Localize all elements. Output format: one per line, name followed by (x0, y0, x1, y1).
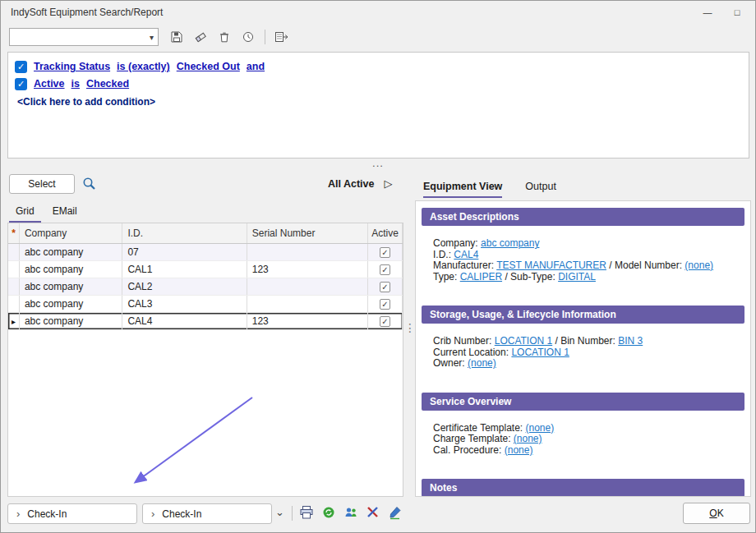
check-in-label: Check-In (162, 508, 201, 520)
active-checkbox[interactable]: ✓ (380, 282, 390, 292)
cell-company: abc company (20, 261, 122, 278)
check-icon: ✓ (381, 300, 388, 309)
current-row-marker-icon: ▸ (12, 317, 16, 326)
active-checkbox[interactable]: ✓ (380, 247, 390, 258)
users-icon[interactable] (343, 505, 358, 520)
company-link[interactable]: abc company (481, 237, 539, 249)
required-marker-icon: * (12, 227, 16, 239)
vertical-splitter[interactable]: ⋮ (404, 324, 416, 332)
row-gutter (8, 278, 20, 295)
cell-id: CAL3 (122, 296, 247, 312)
condition-checkbox[interactable]: ✓ (15, 78, 27, 90)
cell-serial (247, 278, 368, 295)
result-tabs: Grid EMail (9, 203, 84, 223)
tools-icon[interactable] (366, 505, 380, 520)
search-icon[interactable] (81, 176, 97, 194)
cell-id: CAL4 (122, 313, 247, 329)
save-icon[interactable] (168, 28, 186, 46)
active-checkbox[interactable]: ✓ (380, 316, 390, 327)
trash-icon[interactable] (215, 28, 233, 46)
type-label: Type: (433, 271, 457, 283)
bin-link[interactable]: BIN 3 (618, 335, 643, 347)
refresh-icon[interactable] (321, 505, 336, 520)
condition-operator-link[interactable]: is (exactly) (117, 61, 170, 72)
bottom-icon-bar (299, 505, 403, 520)
grid-row-selected[interactable]: ▸ abc company CAL4 123 ✓ (8, 313, 403, 330)
history-icon[interactable] (239, 28, 257, 46)
dropdown-arrow-icon[interactable]: ▾ (150, 33, 154, 42)
cell-company: abc company (20, 313, 122, 329)
condition-field-link[interactable]: Tracking Status (34, 61, 110, 72)
section-header-notes: Notes (422, 479, 744, 497)
check-icon: ✓ (381, 265, 388, 274)
cell-active: ✓ (368, 261, 403, 278)
cell-id: CAL1 (122, 261, 247, 278)
active-checkbox[interactable]: ✓ (380, 264, 390, 275)
condition-operator-link[interactable]: is (71, 78, 80, 90)
grid-row[interactable]: abc company CAL1 123 ✓ (8, 261, 403, 278)
column-header-company[interactable]: Company (20, 223, 122, 243)
owner-link[interactable]: (none) (468, 357, 496, 369)
id-link[interactable]: CAL4 (454, 249, 478, 260)
scope-label[interactable]: All Active (328, 178, 375, 190)
subtype-link[interactable]: DIGITAL (558, 271, 596, 283)
owner-label: Owner: (433, 357, 465, 369)
tab-output[interactable]: Output (525, 181, 556, 198)
cell-id: 07 (122, 244, 247, 260)
condition-value-link[interactable]: Checked (86, 78, 129, 90)
grid-row[interactable]: abc company 07 ✓ (8, 244, 403, 261)
minimize-button[interactable]: — (693, 1, 722, 24)
ok-button[interactable]: OK (683, 503, 750, 524)
window-title: IndySoft Equipment Search/Report (11, 7, 163, 18)
type-link[interactable]: CALIPER (460, 271, 502, 283)
active-checkbox[interactable]: ✓ (380, 299, 390, 310)
cell-active: ✓ (368, 313, 403, 329)
ok-label: OK (709, 508, 723, 519)
crib-label: Crib Number: (433, 335, 491, 347)
tab-grid[interactable]: Grid (9, 203, 41, 223)
column-header-active[interactable]: Active (368, 223, 403, 243)
saved-search-combobox[interactable]: ▾ (9, 28, 159, 46)
id-label: I.D.: (433, 249, 451, 260)
section-body-storage: Crib Number: LOCATION 1 / Bin Number: BI… (422, 324, 744, 386)
model-link[interactable]: (none) (685, 260, 713, 271)
cal-procedure-link[interactable]: (none) (505, 444, 533, 456)
print-icon[interactable] (299, 505, 314, 520)
check-in-button[interactable]: › Check-In (7, 503, 137, 524)
chevron-down-icon[interactable]: ⌄ (275, 506, 284, 518)
grid-row[interactable]: abc company CAL3 ✓ (8, 296, 403, 313)
maximize-button[interactable]: □ (722, 1, 752, 24)
crib-link[interactable]: LOCATION 1 (495, 335, 552, 347)
condition-checkbox[interactable]: ✓ (15, 61, 27, 73)
manufacturer-label: Manufacturer: (433, 260, 494, 271)
run-icon[interactable]: ▷ (385, 177, 393, 190)
tab-equipment-view[interactable]: Equipment View (423, 181, 502, 198)
column-header-serial[interactable]: Serial Number (247, 223, 368, 243)
check-in-button-secondary[interactable]: › Check-In (142, 503, 272, 524)
send-report-icon[interactable] (273, 28, 291, 46)
add-condition-link[interactable]: <Click here to add condition> (17, 96, 155, 108)
detail-tabs: Equipment View Output (423, 181, 556, 198)
eraser-icon[interactable] (191, 28, 210, 46)
row-gutter: ▸ (8, 313, 20, 329)
signature-icon[interactable] (388, 505, 403, 520)
charge-template-link[interactable]: (none) (514, 433, 542, 444)
certificate-template-link[interactable]: (none) (526, 422, 555, 434)
column-header-id[interactable]: I.D. (122, 223, 247, 243)
horizontal-splitter[interactable]: ... (1, 159, 755, 168)
company-label: Company: (433, 237, 478, 249)
check-icon: ✓ (381, 317, 388, 326)
cell-id: CAL2 (122, 278, 247, 295)
condition-conjunction-link[interactable]: and (247, 61, 265, 72)
condition-field-link[interactable]: Active (34, 78, 65, 90)
grid-row[interactable]: abc company CAL2 ✓ (8, 278, 403, 296)
location-link[interactable]: LOCATION 1 (511, 347, 569, 358)
check-icon: ✓ (17, 79, 25, 90)
cell-company: abc company (20, 244, 122, 260)
select-button[interactable]: Select (9, 174, 75, 194)
condition-value-link[interactable]: Checked Out (177, 61, 240, 72)
bottom-separator (292, 506, 293, 521)
location-label: Current Location: (433, 347, 509, 358)
manufacturer-link[interactable]: TEST MANUFACTURER (496, 260, 606, 271)
tab-email[interactable]: EMail (46, 203, 84, 223)
